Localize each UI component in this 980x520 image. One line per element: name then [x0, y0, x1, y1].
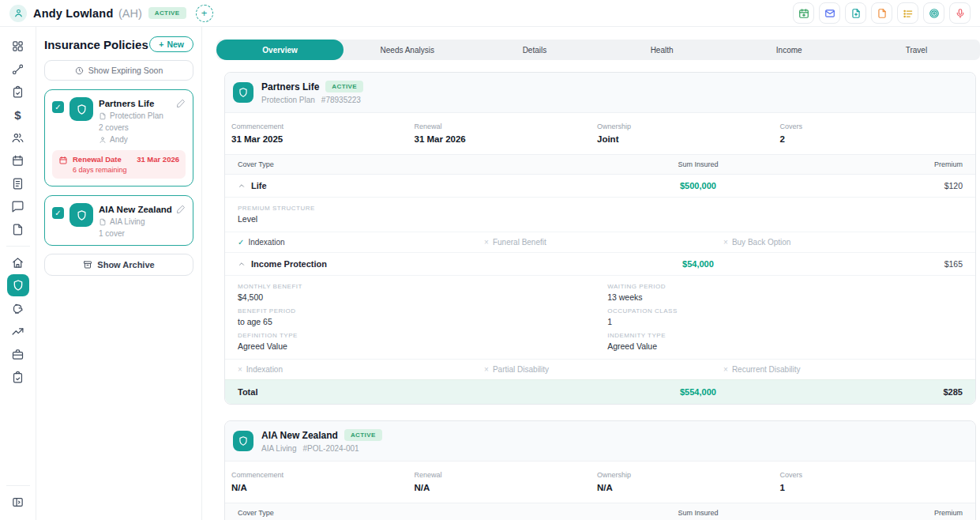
- mail-icon: [824, 8, 835, 19]
- clock-icon: [75, 66, 84, 75]
- rail-divider: [6, 246, 30, 247]
- cover-row-income-protection[interactable]: Income Protection $54,000 $165: [225, 252, 975, 275]
- policy-covers: 1 cover: [99, 229, 125, 238]
- feature-label: Funeral Benefit: [493, 238, 546, 247]
- cross-icon: ×: [723, 238, 728, 247]
- field-label: Renewal: [415, 122, 598, 130]
- total-label: Total: [238, 387, 600, 397]
- policy-list-item-aia[interactable]: ✓ AIA New Zealand AIA Living 1 cover: [44, 195, 193, 246]
- cover-table-header: Cover Type Sum Insured Premium: [225, 154, 975, 175]
- detail-label: OCCUPATION CLASS: [607, 307, 963, 315]
- field-label: Commencement: [231, 471, 415, 479]
- sidebar-item-insurance[interactable]: [7, 274, 29, 296]
- mail-button[interactable]: [819, 2, 840, 24]
- dollar-icon: $: [14, 108, 21, 122]
- file-add-button[interactable]: [845, 2, 866, 24]
- dashboard-icon: [11, 40, 24, 53]
- sidebar-item-messages[interactable]: [7, 195, 29, 217]
- policy-title: Partners Life: [261, 81, 319, 92]
- tab-travel[interactable]: Travel: [853, 40, 980, 60]
- column-header-sum-insured: Sum Insured: [600, 160, 796, 168]
- trending-up-icon: [11, 325, 24, 338]
- detail-label: BENEFIT PERIOD: [238, 307, 607, 315]
- field-label: Ownership: [597, 471, 780, 479]
- policy-checkbox[interactable]: ✓: [52, 207, 64, 219]
- sidebar-item-dashboard[interactable]: [7, 35, 29, 57]
- show-archive-button[interactable]: Show Archive: [44, 254, 193, 276]
- cover-row-life[interactable]: Life $500,000 $120: [225, 175, 975, 197]
- sidebar-item-contacts[interactable]: [7, 126, 29, 149]
- tab-bar: Overview Needs Analysis Details Health I…: [216, 40, 980, 60]
- policy-status-badge: ACTIVE: [344, 429, 382, 441]
- tab-details[interactable]: Details: [471, 40, 598, 60]
- sidebar-item-business[interactable]: [7, 343, 29, 365]
- shield-avatar: [233, 82, 253, 103]
- check-icon: ✓: [54, 103, 61, 111]
- sidebar-item-pathway[interactable]: [7, 58, 29, 80]
- renewal-label: Renewal Date: [73, 155, 122, 164]
- cross-icon: ×: [484, 238, 489, 247]
- briefcase-icon: [11, 348, 24, 361]
- tab-overview[interactable]: Overview: [216, 40, 344, 60]
- sidebar-item-savings[interactable]: [7, 297, 29, 319]
- detail-value: to age 65: [238, 317, 607, 326]
- cross-icon: ×: [723, 365, 728, 374]
- sidebar-item-home[interactable]: [7, 251, 29, 273]
- chevron-up-icon: [238, 260, 246, 268]
- sidebar-item-notes[interactable]: [7, 172, 29, 194]
- cover-sum-insured: $500,000: [600, 181, 796, 190]
- renewal-alert: Renewal Date 31 Mar 2026 6 days remainin…: [52, 150, 186, 179]
- task-list-button[interactable]: [897, 2, 918, 24]
- policy-summary-fields: CommencementN/A RenewalN/A OwnershipN/A …: [225, 462, 975, 503]
- top-bar: Andy Lowland (AH) ACTIVE +: [0, 0, 980, 27]
- policy-summary-fields: Commencement31 Mar 2025 Renewal31 Mar 20…: [225, 113, 975, 154]
- sidebar-item-files[interactable]: [7, 218, 29, 240]
- policy-number: #POL-2024-001: [302, 444, 359, 453]
- client-avatar: [9, 5, 27, 22]
- task-list-icon: [903, 8, 914, 19]
- sidebar-item-investments[interactable]: [7, 320, 29, 342]
- icon-rail: $: [0, 27, 36, 520]
- document-icon: [99, 218, 107, 226]
- edit-policy-button[interactable]: [176, 203, 186, 214]
- client-name: Andy Lowland: [33, 7, 113, 20]
- cover-premium: $120: [796, 181, 963, 190]
- cover-features: ×Indexation ×Partial Disability ×Recurre…: [225, 359, 975, 379]
- sidebar-item-tasks[interactable]: [7, 366, 29, 388]
- tab-needs-analysis[interactable]: Needs Analysis: [344, 40, 471, 60]
- policy-plan: Protection Plan: [261, 96, 315, 104]
- policy-list-item-partners-life[interactable]: ✓ Partners Life Protection Plan 2 covers…: [44, 89, 193, 187]
- check-icon: ✓: [238, 238, 244, 247]
- policy-checkbox[interactable]: ✓: [52, 101, 64, 113]
- calendar-add-button[interactable]: [793, 2, 814, 24]
- show-expiring-button[interactable]: Show Expiring Soon: [44, 60, 193, 81]
- tab-income[interactable]: Income: [726, 40, 853, 60]
- detail-label: INDEMNITY TYPE: [607, 332, 963, 339]
- users-icon: [11, 131, 24, 145]
- tab-health[interactable]: Health: [599, 40, 726, 60]
- target-button[interactable]: [923, 2, 944, 24]
- detail-value: 13 weeks: [607, 292, 963, 302]
- cover-detail-block: PREMIUM STRUCTURE Level: [225, 197, 975, 232]
- microphone-button[interactable]: [949, 2, 971, 24]
- sidebar-item-clipboard[interactable]: [7, 81, 29, 103]
- check-icon: ✓: [54, 209, 61, 217]
- field-value: 31 Mar 2025: [231, 134, 415, 144]
- new-policy-button[interactable]: + New: [149, 36, 193, 52]
- policy-covers: 2 covers: [99, 123, 129, 132]
- sidebar-item-calendar[interactable]: [7, 149, 29, 171]
- policy-owner: Andy: [110, 135, 128, 144]
- collapse-panel-button[interactable]: [7, 491, 29, 513]
- detail-value: Agreed Value: [607, 341, 963, 351]
- shield-avatar: [69, 203, 93, 227]
- field-label: Commencement: [231, 122, 415, 130]
- feature-label: Indexation: [246, 365, 283, 374]
- target-icon: [929, 8, 940, 19]
- field-value: Joint: [597, 134, 780, 144]
- sidebar-item-finance[interactable]: $: [7, 104, 29, 126]
- document-button[interactable]: [871, 2, 892, 24]
- add-client-item-button[interactable]: +: [196, 5, 213, 22]
- edit-policy-button[interactable]: [176, 97, 186, 108]
- main-content: Overview Needs Analysis Details Health I…: [202, 27, 980, 520]
- total-premium: $285: [796, 387, 963, 397]
